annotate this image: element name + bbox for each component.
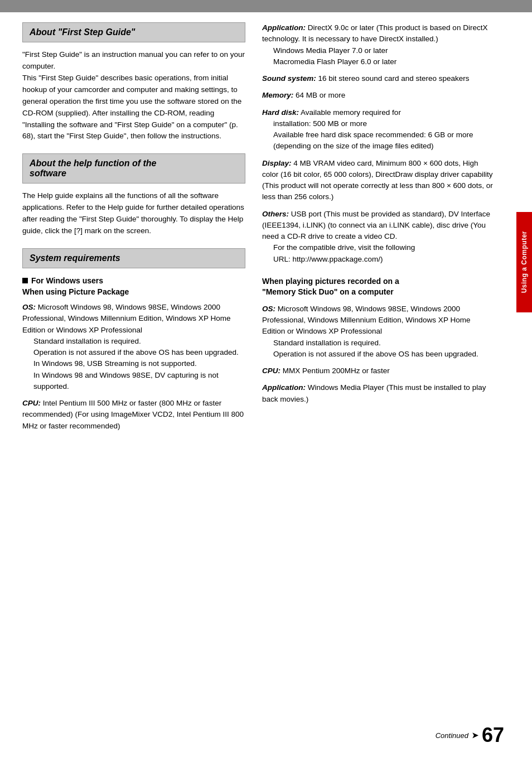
footer-page-number: 67 bbox=[482, 724, 504, 747]
for-windows-label: For Windows users bbox=[31, 276, 103, 285]
section-header-help: About the help function of thesoftware bbox=[22, 153, 245, 184]
spec-os2-content: Microsoft Windows 98, Windows 98SE, Wind… bbox=[262, 305, 470, 336]
spec-cpu-content: Intel Pentium III 500 MHz or faster (800… bbox=[22, 399, 244, 430]
spec-os-label: OS: bbox=[22, 303, 36, 311]
spec-os2-label: OS: bbox=[262, 305, 275, 313]
section-title-sysreq: System requirements bbox=[30, 253, 238, 263]
spec-application-extra: Windows Media Player 7.0 or later Macrom… bbox=[262, 45, 493, 68]
spec-os-content: Microsoft Windows 98, Windows 98SE, Wind… bbox=[22, 303, 230, 334]
footer: Continued ➤ 67 bbox=[436, 724, 504, 747]
spec-display: Display: 4 MB VRAM video card, Minimum 8… bbox=[262, 158, 493, 203]
spec-others: Others: USB port (This must be provided … bbox=[262, 209, 493, 265]
spec-sound-content: 16 bit stereo sound card and stereo spea… bbox=[318, 74, 470, 83]
spec-application2: Application: Windows Media Player (This … bbox=[262, 382, 493, 405]
spec-os2-extra: Standard installation is required. Opera… bbox=[262, 337, 493, 360]
section-header-sysreq: System requirements bbox=[22, 248, 245, 268]
spec-cpu2-label: CPU: bbox=[262, 367, 280, 375]
spec-display-content: 4 MB VRAM video card, Minimum 800 × 600 … bbox=[262, 159, 493, 201]
page-container: Using a Computer About "First Step Guide… bbox=[0, 0, 532, 757]
spec-harddisk: Hard disk: Available memory required for… bbox=[262, 107, 493, 152]
spec-harddisk-label: Hard disk: bbox=[262, 108, 299, 117]
side-tab-label: Using a Computer bbox=[520, 231, 528, 293]
spec-os: OS: Microsoft Windows 98, Windows 98SE, … bbox=[22, 302, 245, 392]
section-title-help: About the help function of thesoftware bbox=[30, 158, 238, 179]
spec-memory-label: Memory: bbox=[262, 91, 293, 99]
spec-os-extra: Standard installation is required. Opera… bbox=[22, 336, 245, 392]
when-using-label: When using Picture Package bbox=[22, 287, 245, 296]
when-playing-header: When playing pictures recorded on a"Memo… bbox=[262, 276, 493, 298]
square-bullet-icon bbox=[22, 278, 28, 283]
help-body: The Help guide explains all the function… bbox=[22, 190, 245, 237]
side-tab: Using a Computer bbox=[516, 212, 532, 312]
spec-memory: Memory: 64 MB or more bbox=[262, 90, 493, 101]
section-header-first-step: About "First Step Guide" bbox=[22, 22, 245, 42]
spec-application2-label: Application: bbox=[262, 383, 306, 392]
spec-others-content: USB port (This must be provided as stand… bbox=[262, 210, 490, 241]
spec-harddisk-intro: Available memory required for bbox=[301, 108, 401, 117]
top-bar bbox=[0, 0, 532, 12]
left-column: About "First Step Guide" "First Step Gui… bbox=[22, 17, 245, 724]
spec-cpu-label: CPU: bbox=[22, 399, 41, 407]
for-windows-users-title: For Windows users bbox=[22, 276, 245, 285]
spec-sound: Sound system: 16 bit stereo sound card a… bbox=[262, 73, 493, 84]
spec-cpu2-content: MMX Pentium 200MHz or faster bbox=[283, 367, 390, 375]
section-title-first-step: About "First Step Guide" bbox=[30, 27, 238, 37]
right-column: Application: DirectX 9.0c or later (This… bbox=[262, 17, 510, 724]
footer-continued-label: Continued bbox=[436, 731, 468, 740]
spec-cpu2: CPU: MMX Pentium 200MHz or faster bbox=[262, 365, 493, 377]
content-area: About "First Step Guide" "First Step Gui… bbox=[22, 17, 510, 724]
spec-harddisk-content: installation: 500 MB or more Available f… bbox=[262, 118, 493, 152]
spec-others-extra: For the compatible drive, visit the foll… bbox=[262, 242, 493, 265]
spec-sound-label: Sound system: bbox=[262, 74, 316, 83]
footer-arrow-icon: ➤ bbox=[472, 731, 478, 740]
spec-cpu: CPU: Intel Pentium III 500 MHz or faster… bbox=[22, 398, 245, 432]
spec-os2: OS: Microsoft Windows 98, Windows 98SE, … bbox=[262, 303, 493, 360]
spec-application: Application: DirectX 9.0c or later (This… bbox=[262, 22, 493, 67]
spec-memory-content: 64 MB or more bbox=[296, 91, 345, 99]
spec-display-label: Display: bbox=[262, 159, 292, 167]
spec-application-label: Application: bbox=[262, 23, 306, 32]
spec-others-label: Others: bbox=[262, 210, 289, 218]
first-step-body: "First Step Guide" is an instruction man… bbox=[22, 49, 245, 142]
